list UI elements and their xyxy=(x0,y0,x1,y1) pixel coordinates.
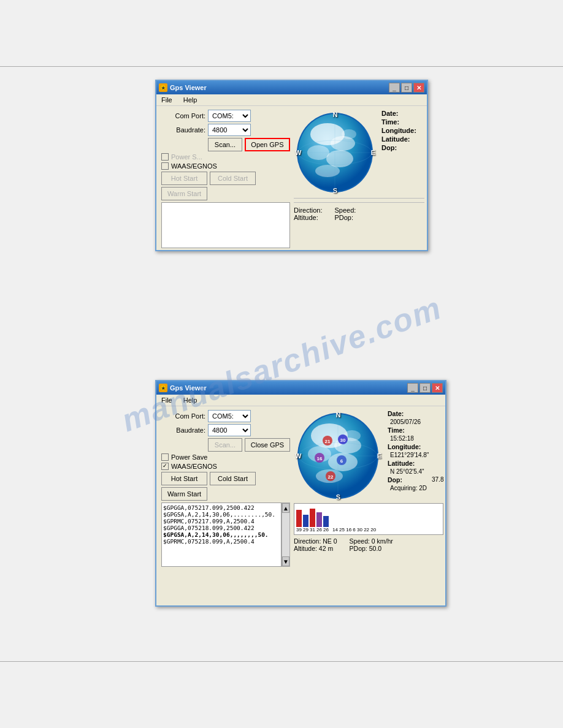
bottom-rule xyxy=(0,661,563,662)
com-port-label-1: Com Port: xyxy=(161,112,205,119)
sat-num-31: 31 xyxy=(310,527,315,533)
sat-num-labels: 14 25 16 6 30 22 20 xyxy=(332,527,376,533)
sat-num-29: 29 xyxy=(303,527,308,533)
waas-row-1: WAAS/EGNOS xyxy=(161,162,290,170)
log-line-4: $GPGGA,075218.099,2500.422 xyxy=(163,525,280,531)
menu-file-1[interactable]: File xyxy=(159,96,175,104)
menu-help-1[interactable]: Help xyxy=(181,96,200,104)
hot-start-button-2[interactable]: Hot Start xyxy=(161,472,207,485)
sat-bars-31 xyxy=(310,509,315,527)
sat-num-26a: 26 xyxy=(316,527,322,533)
speed-value: Speed: 0 km/hr xyxy=(350,537,393,545)
com-port-select-wrap-2[interactable]: COM5: xyxy=(208,410,251,422)
waas-label-2: WAAS/EGNOS xyxy=(171,463,217,470)
window-content-1: Com Port: COM5: Baudrate: 4800 xyxy=(156,106,427,252)
warm-start-button-2[interactable]: Warm Start xyxy=(161,487,207,501)
sat-bars-29 xyxy=(303,515,308,527)
com-port-select-1[interactable]: COM5: xyxy=(208,110,251,122)
info-area-1: Date: Time: Longitude: Latitude: Dop: xyxy=(379,110,424,195)
gps-viewer-window-2: ★ Gps Viewer _ □ ✕ File Help Com Port: C… xyxy=(155,380,446,607)
com-port-label-2: Com Port: xyxy=(161,412,205,420)
compass-e-2: E xyxy=(377,452,381,460)
time-value: 15:52:18 xyxy=(388,435,414,442)
scan-button-1[interactable]: Scan... xyxy=(208,138,242,151)
svg-text:★: ★ xyxy=(161,86,166,90)
log-area-1[interactable] xyxy=(161,202,290,248)
left-panel-2: Com Port: COM5: Baudrate: 4800 xyxy=(161,410,290,567)
power-save-checkbox-1[interactable] xyxy=(161,153,169,161)
title-bar-left-1: ★ Gps Viewer xyxy=(159,83,207,92)
speed-label-1: Speed: xyxy=(334,207,356,214)
log-line-2: $GPGSA,A,2,14,30,06,........,50. xyxy=(163,511,280,518)
sat-group-39: 39 xyxy=(296,510,302,533)
date-label-2: Date: xyxy=(388,410,431,417)
power-save-label-2: Power Save xyxy=(171,453,207,461)
sat-num-26b: 26 xyxy=(323,527,329,533)
time-label-1: Time: xyxy=(381,118,424,126)
hot-start-button-1[interactable]: Hot Start xyxy=(161,172,207,185)
close-button-2[interactable]: ✕ xyxy=(432,383,443,393)
baudrate-select-1[interactable]: 4800 xyxy=(208,124,251,136)
minimize-button-2[interactable]: _ xyxy=(407,383,418,393)
close-gps-button-2[interactable]: Close GPS xyxy=(245,438,290,452)
hot-cold-row-2: Hot Start Cold Start xyxy=(161,472,290,485)
power-save-label-1: Power S... xyxy=(171,153,202,161)
baudrate-select-wrap-2[interactable]: 4800 xyxy=(208,424,251,436)
svg-text:6: 6 xyxy=(340,458,343,464)
maximize-button-2[interactable]: □ xyxy=(419,383,431,393)
speed-col-2: Speed: 0 km/hr PDop: 50.0 xyxy=(350,537,393,552)
baudrate-select-2[interactable]: 4800 xyxy=(208,424,251,436)
dop-row-1: Dop: xyxy=(381,144,424,151)
menu-file-2[interactable]: File xyxy=(159,396,175,404)
baudrate-row-2: Baudrate: 4800 xyxy=(161,424,290,436)
app-icon-2: ★ xyxy=(159,384,167,392)
open-gps-button-1[interactable]: Open GPS xyxy=(245,138,290,151)
title-controls-1[interactable]: _ □ ✕ xyxy=(389,83,424,93)
longitude-label-1: Longitude: xyxy=(381,127,424,134)
sat-group-26b: 26 xyxy=(323,516,329,533)
maximize-button-1[interactable]: □ xyxy=(401,83,412,93)
hot-cold-row-1: Hot Start Cold Start xyxy=(161,172,290,185)
sat-bars-39 xyxy=(296,510,302,527)
waas-checkbox-2[interactable]: ✓ xyxy=(161,463,169,470)
speed-col-1: Speed: PDop: xyxy=(334,207,356,221)
dop-label-2: Dop: xyxy=(388,476,431,483)
compass-n-2: N xyxy=(336,411,341,419)
divider-2 xyxy=(294,202,424,203)
baudrate-row-1: Baudrate: 4800 xyxy=(161,124,290,136)
scroll-down[interactable]: ▼ xyxy=(282,556,289,566)
latitude-value: N 25°02'5.4" xyxy=(388,468,424,475)
scan-row-1: Scan... Open GPS xyxy=(161,138,290,151)
scan-button-2[interactable]: Scan... xyxy=(208,438,242,452)
cold-start-button-2[interactable]: Cold Start xyxy=(210,472,256,485)
main-area-1: Com Port: COM5: Baudrate: 4800 xyxy=(161,110,422,248)
window-title-1: Gps Viewer xyxy=(170,84,207,91)
minimize-button-1[interactable]: _ xyxy=(389,83,400,93)
warm-start-button-1[interactable]: Warm Start xyxy=(161,187,207,200)
right-panel-1: N S E W Date: Time: Long xyxy=(294,110,424,248)
sat-bar-39 xyxy=(296,510,302,527)
longitude-label-2: Longitude: xyxy=(388,443,431,450)
scrollbar-2[interactable]: ▲ ▼ xyxy=(282,502,290,567)
longitude-row-1: Longitude: xyxy=(381,127,424,134)
scroll-up[interactable]: ▲ xyxy=(282,503,289,513)
date-value-row: 2005/07/26 xyxy=(388,419,443,425)
cold-start-button-1[interactable]: Cold Start xyxy=(210,172,256,185)
log-line-5: $GPGSA,A,2,14,30,06,,,,,,,,50. xyxy=(163,531,280,538)
acquiring-value: Acquiring: 2D xyxy=(388,485,427,491)
scroll-track xyxy=(282,513,289,556)
baudrate-select-wrap-1[interactable]: 4800 xyxy=(208,124,251,136)
menu-help-2[interactable]: Help xyxy=(181,396,200,404)
waas-checkbox-1[interactable] xyxy=(161,162,169,170)
log-with-scroll-2: $GPGGA,075217.099,2500.422 $GPGSA,A,2,14… xyxy=(161,502,290,567)
globe-2: 21 30 16 6 22 N S E W xyxy=(294,410,383,502)
title-controls-2[interactable]: _ □ ✕ xyxy=(407,383,443,393)
com-port-select-2[interactable]: COM5: xyxy=(208,410,251,422)
close-button-1[interactable]: ✕ xyxy=(413,83,424,93)
log-area-2[interactable]: $GPGGA,075217.099,2500.422 $GPGSA,A,2,14… xyxy=(161,502,282,567)
com-port-row-1: Com Port: COM5: xyxy=(161,110,290,122)
dop-row-2: Dop: 37.8 xyxy=(388,476,443,483)
com-port-select-wrap-1[interactable]: COM5: xyxy=(208,110,251,122)
svg-point-8 xyxy=(315,165,340,177)
power-save-checkbox-2[interactable] xyxy=(161,453,169,461)
